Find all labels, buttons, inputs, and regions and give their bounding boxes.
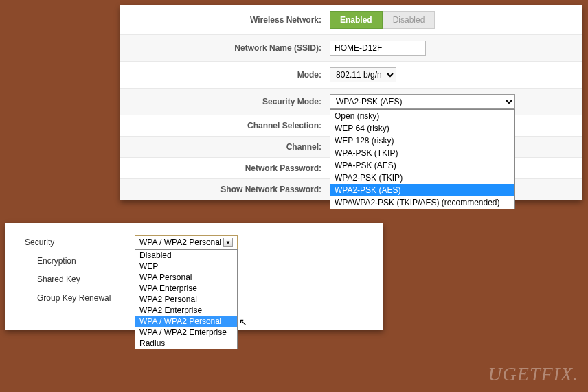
security-option[interactable]: Radius <box>135 338 237 349</box>
security-label: Security <box>25 238 135 247</box>
enabled-button[interactable]: Enabled <box>330 11 383 29</box>
disabled-button[interactable]: Disabled <box>383 11 436 29</box>
show-password-label: Show Network Password: <box>120 185 330 194</box>
security-dropdown: Disabled WEP WPA Personal WPA Enterprise… <box>135 249 238 349</box>
security-option[interactable]: WPA2 Personal <box>135 294 237 305</box>
cursor-icon: ↖ <box>239 316 247 327</box>
security-option-selected[interactable]: WPA2-PSK (AES) <box>330 184 514 196</box>
security-mode-dropdown: Open (risky) WEP 64 (risky) WEP 128 (ris… <box>330 109 515 209</box>
security-option[interactable]: WPA / WPA2 Enterprise <box>135 327 237 338</box>
security-option[interactable]: Disabled <box>135 250 237 261</box>
security-option[interactable]: WEP <box>135 261 237 272</box>
security-option[interactable]: WPA2-PSK (TKIP) <box>330 172 514 184</box>
security-option[interactable]: WPAWPA2-PSK (TKIP/AES) (recommended) <box>330 196 514 209</box>
mode-select[interactable]: 802.11 b/g/n <box>330 67 396 82</box>
security-option-selected[interactable]: WPA / WPA2 Personal <box>135 316 237 327</box>
wireless-network-label: Wireless Network: <box>120 15 330 25</box>
mode-label: Mode: <box>120 70 330 80</box>
channel-label: Channel: <box>120 142 330 152</box>
watermark-text: UGETFIX. <box>488 363 578 385</box>
security-option[interactable]: WPA Personal <box>135 272 237 283</box>
encryption-label: Encryption <box>25 256 135 266</box>
security-option[interactable]: WPA-PSK (AES) <box>330 159 514 172</box>
security-option[interactable]: WPA-PSK (TKIP) <box>330 147 514 159</box>
security-option[interactable]: Open (risky) <box>330 110 514 122</box>
security-mode-label: Security Mode: <box>120 97 330 106</box>
ssid-row: Network Name (SSID): <box>120 35 582 62</box>
channel-selection-label: Channel Selection: <box>120 121 330 130</box>
shared-key-label: Shared Key <box>25 275 135 284</box>
security-row: Security WPA / WPA2 Personal ▼ Disabled … <box>25 235 364 249</box>
security-mode-select[interactable]: WPA2-PSK (AES) <box>330 94 515 109</box>
security-select[interactable]: WPA / WPA2 Personal ▼ <box>135 235 238 249</box>
router-settings-panel: Wireless Network: Enabled Disabled Netwo… <box>120 5 582 200</box>
wireless-network-row: Wireless Network: Enabled Disabled <box>120 5 582 35</box>
security-option[interactable]: WPA2 Enterprise <box>135 305 237 316</box>
security-mode-row: Security Mode: WPA2-PSK (AES) Open (risk… <box>120 89 582 115</box>
security-option[interactable]: WPA Enterprise <box>135 283 237 294</box>
security-select-value: WPA / WPA2 Personal <box>139 238 222 247</box>
ssid-input[interactable] <box>330 41 426 56</box>
mode-row: Mode: 802.11 b/g/n <box>120 62 582 89</box>
network-password-label: Network Password: <box>120 163 330 173</box>
security-settings-panel: Security WPA / WPA2 Personal ▼ Disabled … <box>5 223 383 330</box>
security-option[interactable]: WEP 128 (risky) <box>330 135 514 147</box>
security-option[interactable]: WEP 64 (risky) <box>330 122 514 135</box>
ssid-label: Network Name (SSID): <box>120 43 330 53</box>
group-key-label: Group Key Renewal <box>25 293 135 303</box>
chevron-down-icon: ▼ <box>223 238 233 247</box>
